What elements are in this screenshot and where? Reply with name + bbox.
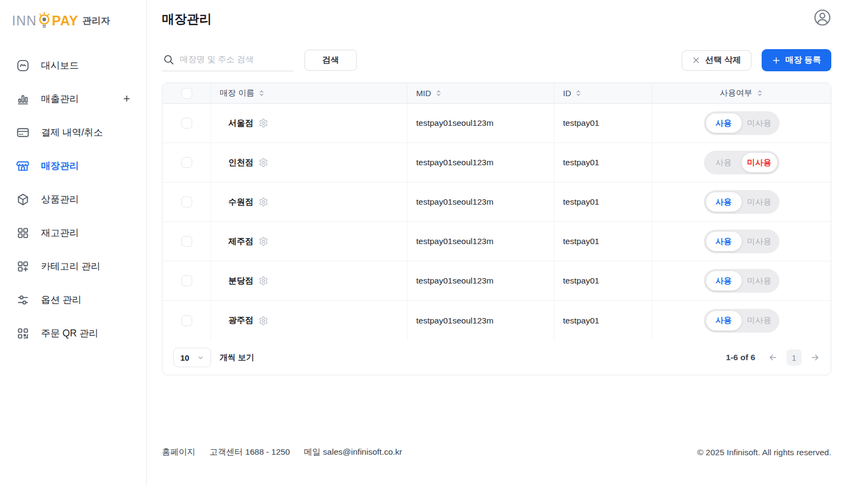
bar-chart-icon <box>16 92 30 106</box>
store-name: 분당점 <box>228 275 254 287</box>
mid-value: testpay01seoul123m <box>408 104 554 143</box>
pagination-range: 1-6 of 6 <box>726 353 755 362</box>
table-row: 분당점 testpay01seoul123m testpay01 사용 미사용 <box>162 261 831 301</box>
row-checkbox[interactable] <box>181 236 192 247</box>
gear-icon[interactable] <box>259 316 268 326</box>
table-row: 서울점 testpay01seoul123m testpay01 사용 미사용 <box>162 104 831 143</box>
sort-icon[interactable] <box>435 90 442 97</box>
id-value: testpay01 <box>554 143 652 182</box>
store-name: 인천점 <box>228 157 254 168</box>
id-value: testpay01 <box>554 222 652 261</box>
search-input[interactable] <box>180 55 293 64</box>
page-number[interactable]: 1 <box>786 349 802 366</box>
footer-link-homepage[interactable]: 홈페이지 <box>162 447 195 458</box>
mid-value: testpay01seoul123m <box>408 183 554 221</box>
options-icon <box>16 293 30 307</box>
sidebar-item-label: 매출관리 <box>41 92 79 105</box>
plus-icon <box>772 56 781 65</box>
sidebar-item-dashboard[interactable]: 대시보드 <box>0 49 146 82</box>
storefront-icon <box>16 159 30 173</box>
next-page-arrow-icon[interactable] <box>810 353 820 362</box>
status-use-option[interactable]: 사용 <box>706 192 742 212</box>
logo-text-inn: INN <box>12 13 37 29</box>
footer-link-support[interactable]: 고객센터 1688 - 1250 <box>209 447 290 458</box>
footer-links: 홈페이지 고객센터 1688 - 1250 메일 sales@infinisof… <box>162 447 402 458</box>
status-toggle[interactable]: 사용 미사용 <box>704 111 779 135</box>
sort-icon[interactable] <box>575 90 582 97</box>
status-use-option[interactable]: 사용 <box>706 311 742 330</box>
sidebar-item-qr[interactable]: 주문 QR 관리 <box>0 316 146 350</box>
row-checkbox[interactable] <box>181 197 192 207</box>
sidebar-item-storefront[interactable]: 매장관리 <box>0 149 146 183</box>
page-size-select[interactable]: 10 <box>173 348 211 367</box>
sidebar-item-cube[interactable]: 상품관리 <box>0 183 146 216</box>
sidebar-item-credit-card[interactable]: 결제 내역/취소 <box>0 116 146 149</box>
sort-icon[interactable] <box>258 90 265 97</box>
id-value: testpay01 <box>554 261 652 300</box>
status-unuse-option[interactable]: 미사용 <box>742 153 777 172</box>
gear-icon[interactable] <box>259 197 268 207</box>
sidebar-item-label: 대시보드 <box>41 59 79 72</box>
footer: 홈페이지 고객센터 1688 - 1250 메일 sales@infinisof… <box>162 447 831 486</box>
search-button[interactable]: 검색 <box>304 50 357 71</box>
status-use-option[interactable]: 사용 <box>706 113 742 133</box>
row-checkbox[interactable] <box>181 315 192 326</box>
delete-selected-button[interactable]: 선택 삭제 <box>682 50 751 71</box>
status-unuse-option[interactable]: 미사용 <box>742 232 777 251</box>
user-avatar-icon[interactable] <box>813 9 831 26</box>
qr-icon <box>16 327 30 340</box>
status-toggle[interactable]: 사용 미사용 <box>704 269 779 293</box>
sidebar-item-grid-plus[interactable]: 카테고리 관리 <box>0 249 146 283</box>
gear-icon[interactable] <box>259 276 268 286</box>
prev-page-arrow-icon[interactable] <box>768 353 778 362</box>
mid-value: testpay01seoul123m <box>408 143 554 182</box>
search-icon <box>163 54 174 65</box>
lightbulb-icon <box>37 12 51 29</box>
gear-icon[interactable] <box>259 158 268 167</box>
status-toggle[interactable]: 사용 미사용 <box>704 230 779 253</box>
status-unuse-option[interactable]: 미사용 <box>742 271 777 291</box>
status-toggle[interactable]: 사용 미사용 <box>704 309 779 333</box>
row-checkbox[interactable] <box>181 118 192 129</box>
status-use-option[interactable]: 사용 <box>706 271 742 291</box>
cube-icon <box>16 193 30 206</box>
column-header-mid: MID <box>416 89 431 98</box>
sort-icon[interactable] <box>756 90 763 97</box>
sidebar-item-label: 카테고리 관리 <box>41 260 100 273</box>
footer-link-email[interactable]: 메일 sales@infinisoft.co.kr <box>304 447 402 458</box>
status-toggle[interactable]: 사용 미사용 <box>704 190 779 214</box>
sidebar-item-options[interactable]: 옵션 관리 <box>0 283 146 316</box>
logo-text-admin: 관리자 <box>83 15 110 27</box>
sidebar-item-bar-chart[interactable]: 매출관리 + <box>0 82 146 116</box>
status-unuse-option[interactable]: 미사용 <box>742 311 777 330</box>
sidebar-item-grid[interactable]: 재고관리 <box>0 216 146 249</box>
id-value: testpay01 <box>554 183 652 221</box>
gear-icon[interactable] <box>259 237 268 246</box>
dashboard-icon <box>16 59 30 72</box>
id-value: testpay01 <box>554 301 652 340</box>
brand-logo[interactable]: INN PAY 관리자 <box>0 10 146 31</box>
select-all-checkbox[interactable] <box>181 88 192 99</box>
sidebar-item-label: 매장관리 <box>41 159 79 172</box>
close-icon <box>692 56 700 64</box>
add-store-button[interactable]: 매장 등록 <box>762 49 831 71</box>
column-header-id: ID <box>563 89 571 98</box>
sidebar-nav: 대시보드 매출관리 + 결제 내역/취소 매장관리 상품관리 재고관리 카테고리… <box>0 49 146 350</box>
status-unuse-option[interactable]: 미사용 <box>742 113 777 133</box>
status-toggle[interactable]: 사용 미사용 <box>704 151 779 174</box>
status-use-option[interactable]: 사용 <box>706 153 742 172</box>
table-body: 서울점 testpay01seoul123m testpay01 사용 미사용 … <box>162 104 831 340</box>
expand-plus-icon[interactable]: + <box>123 92 130 106</box>
row-checkbox[interactable] <box>181 275 192 286</box>
main-content: 매장관리 검색 선택 삭제 <box>147 0 868 486</box>
status-unuse-option[interactable]: 미사용 <box>742 192 777 212</box>
gear-icon[interactable] <box>259 118 268 128</box>
page-size-label: 개씩 보기 <box>220 353 254 363</box>
credit-card-icon <box>16 126 30 139</box>
status-use-option[interactable]: 사용 <box>706 232 742 251</box>
table-row: 제주점 testpay01seoul123m testpay01 사용 미사용 <box>162 222 831 261</box>
id-value: testpay01 <box>554 104 652 143</box>
mid-value: testpay01seoul123m <box>408 222 554 261</box>
page-size-value: 10 <box>180 353 189 362</box>
row-checkbox[interactable] <box>181 157 192 168</box>
